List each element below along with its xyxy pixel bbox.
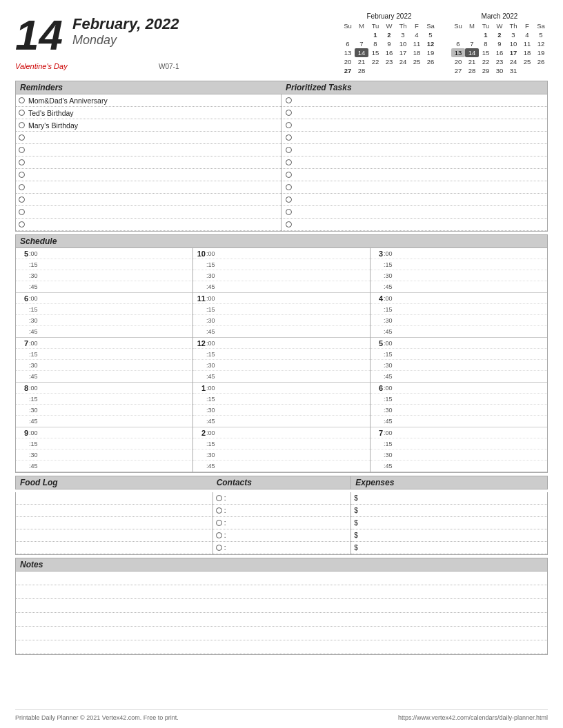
notes-section-header: Notes bbox=[15, 558, 548, 572]
expense-row: $ bbox=[351, 492, 547, 505]
task-circle bbox=[286, 209, 292, 215]
food-section-header: Food Log bbox=[15, 476, 213, 489]
cal-day: 17 bbox=[506, 48, 520, 57]
hour-block: 2:00:15:30:45 bbox=[193, 427, 370, 472]
reminder-text: Ted's Birthday bbox=[28, 109, 74, 117]
contact-colon: : bbox=[224, 494, 226, 502]
task-circle bbox=[286, 159, 292, 165]
hour-slot: 7:00 bbox=[371, 427, 547, 438]
cal-day bbox=[451, 30, 465, 39]
hour-slot: :30 bbox=[193, 405, 370, 416]
hour-minute: :45 bbox=[29, 373, 43, 380]
cal-day: 6 bbox=[451, 39, 465, 48]
contacts-section-header: Contacts bbox=[213, 476, 351, 489]
hour-slot: :15 bbox=[193, 438, 370, 449]
day-name: Monday bbox=[72, 33, 179, 48]
schedule-grid: 5:00:15:30:456:00:15:30:457:00:15:30:458… bbox=[15, 248, 548, 473]
hour-minute: :45 bbox=[384, 328, 397, 335]
cal-day: 12 bbox=[534, 39, 548, 48]
hour-slot: :15 bbox=[16, 394, 192, 405]
hour-block: 1:00:15:30:45 bbox=[193, 383, 370, 427]
feb-header-w: W bbox=[382, 21, 396, 30]
feb-header-su: Su bbox=[341, 21, 355, 30]
contact-row: : bbox=[213, 542, 351, 554]
mar-header-tu: Tu bbox=[479, 21, 493, 30]
hour-minute: :15 bbox=[384, 441, 397, 447]
hour-number: 3 bbox=[372, 250, 383, 258]
hour-slot: :45 bbox=[16, 461, 192, 472]
hour-slot: 1:00 bbox=[193, 383, 370, 394]
hour-slot: :30 bbox=[371, 270, 547, 281]
hour-minute: :00 bbox=[29, 250, 43, 257]
cal-day: 17 bbox=[396, 48, 410, 57]
hour-slot: :30 bbox=[371, 449, 547, 461]
hour-minute: :15 bbox=[29, 441, 43, 447]
hour-minute: :15 bbox=[29, 261, 43, 268]
hour-slot: 2:00 bbox=[193, 427, 370, 438]
hour-minute: :15 bbox=[206, 441, 220, 447]
task-circle bbox=[286, 221, 292, 228]
cal-day: 5 bbox=[534, 30, 548, 39]
cal-day: 30 bbox=[493, 66, 506, 75]
hour-minute: :00 bbox=[29, 295, 43, 302]
hour-slot: :30 bbox=[193, 360, 370, 371]
week-label: W07-1 bbox=[159, 63, 179, 70]
cal-day: 21 bbox=[355, 57, 368, 66]
hour-number: 12 bbox=[195, 339, 206, 347]
reminder-row bbox=[16, 132, 281, 144]
reminder-circle bbox=[19, 134, 25, 141]
cal-day bbox=[465, 30, 479, 39]
hour-number: 1 bbox=[195, 384, 206, 392]
cal-day: 18 bbox=[520, 48, 534, 57]
hour-slot: :15 bbox=[16, 349, 192, 360]
hour-block: 4:00:15:30:45 bbox=[371, 293, 547, 338]
cal-day: 29 bbox=[479, 66, 493, 75]
food-row bbox=[16, 529, 213, 542]
hour-slot: 5:00 bbox=[371, 338, 547, 349]
schedule-col-3: 3:00:15:30:454:00:15:30:455:00:15:30:456… bbox=[371, 248, 547, 472]
hour-minute: :30 bbox=[384, 272, 397, 279]
hour-number: 7 bbox=[17, 339, 28, 347]
top-left: 14 February, 2022 Monday Valentine's Day… bbox=[15, 12, 179, 70]
cal-day bbox=[396, 66, 410, 75]
cal-day: 20 bbox=[451, 57, 465, 66]
reminder-row bbox=[16, 144, 281, 156]
footer-right: https://www.vertex42.com/calendars/daily… bbox=[398, 714, 548, 721]
cal-day: 19 bbox=[424, 48, 437, 57]
hour-number: 2 bbox=[195, 429, 206, 437]
cal-day: 21 bbox=[465, 57, 479, 66]
reminder-circle bbox=[19, 122, 25, 128]
cal-day: 12 bbox=[424, 39, 437, 48]
tasks-section-header: Prioritized Tasks bbox=[282, 81, 548, 94]
bottom-header-row: Food Log Contacts Expenses bbox=[15, 476, 548, 489]
cal-day bbox=[355, 30, 368, 39]
cal-day: 10 bbox=[396, 39, 410, 48]
cal-day: 20 bbox=[341, 57, 355, 66]
expense-dollar: $ bbox=[354, 519, 362, 527]
cal-day: 4 bbox=[520, 30, 534, 39]
task-circle bbox=[286, 196, 292, 203]
hour-minute: :45 bbox=[384, 283, 397, 290]
hour-slot: :15 bbox=[16, 438, 192, 449]
hour-minute: :45 bbox=[206, 373, 220, 380]
reminders-section-header: Reminders bbox=[15, 81, 282, 94]
cal-day: 15 bbox=[368, 48, 382, 57]
hour-slot: :30 bbox=[16, 315, 192, 326]
hour-minute: :45 bbox=[29, 283, 43, 290]
task-circle bbox=[286, 184, 292, 190]
hour-slot: 4:00 bbox=[371, 293, 547, 304]
hour-minute: :30 bbox=[384, 452, 397, 458]
cal-day: 7 bbox=[355, 39, 368, 48]
reminder-circle bbox=[19, 110, 25, 116]
hour-slot: :30 bbox=[193, 449, 370, 461]
mar-header-su: Su bbox=[451, 21, 465, 30]
hour-slot: :15 bbox=[193, 349, 370, 360]
contact-row: : bbox=[213, 517, 351, 529]
cal-day: 24 bbox=[396, 57, 410, 66]
cal-day: 8 bbox=[368, 39, 382, 48]
mar-cal-title: March 2022 bbox=[451, 12, 548, 20]
hour-minute: :00 bbox=[29, 385, 43, 392]
schedule-col-2: 10:00:15:30:4511:00:15:30:4512:00:15:30:… bbox=[193, 248, 371, 472]
hour-slot: 8:00 bbox=[16, 383, 192, 394]
contact-colon: : bbox=[224, 507, 226, 514]
